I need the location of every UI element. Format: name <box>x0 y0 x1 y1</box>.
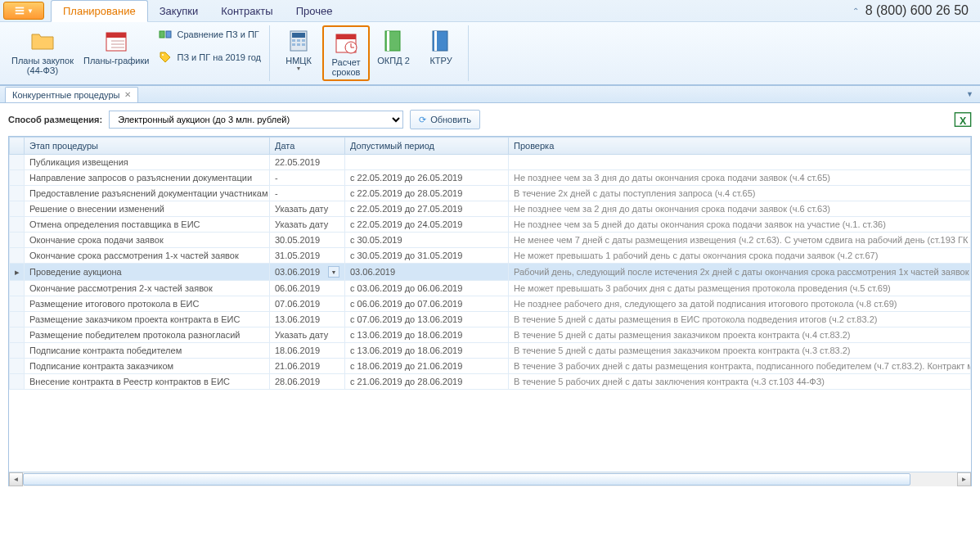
row-marker <box>10 233 25 248</box>
table-row[interactable]: Окончание срока рассмотрения 1-х частей … <box>10 248 971 264</box>
cell-period: с 22.05.2019 до 26.05.2019 <box>345 170 509 186</box>
svg-rect-4 <box>106 33 126 38</box>
cell-date[interactable]: Указать дату <box>270 217 345 233</box>
tab-planning[interactable]: Планирование <box>51 0 148 22</box>
cell-check: Не позднее чем за 2 дня до даты окончани… <box>509 201 971 217</box>
cell-stage: Внесение контракта в Реестр контрактов в… <box>25 374 270 390</box>
table-row[interactable]: Направление запросов о разъяснении докум… <box>10 170 971 186</box>
cell-date[interactable]: 31.05.2019 <box>270 248 345 264</box>
row-marker <box>10 312 25 327</box>
cell-period: с 30.05.2019 <box>345 233 509 248</box>
ribbon-group-calc: НМЦК ▼ Расчет сроков ОКПД 2 КТРУ <box>272 25 469 81</box>
table-row[interactable]: Размещение победителем протокола разногл… <box>10 327 971 343</box>
calendar-clock-icon <box>333 29 359 56</box>
table-row[interactable]: Отмена определения поставщика в ЕИСУказа… <box>10 217 971 233</box>
compare-label: Сравнение ПЗ и ПГ <box>177 29 258 39</box>
cell-date[interactable]: 07.06.2019 <box>270 296 345 312</box>
cell-period: с 18.06.2019 до 21.06.2019 <box>345 359 509 374</box>
tag-icon <box>159 51 172 64</box>
placement-select[interactable]: Электронный аукцион (до 3 млн. рублей) <box>109 111 403 129</box>
h-scrollbar[interactable]: ◄ ► <box>9 472 971 486</box>
table-row[interactable]: Окончание рассмотрения 2-х частей заявок… <box>10 281 971 296</box>
filter-row: Способ размещения: Электронный аукцион (… <box>8 110 972 129</box>
table-row[interactable]: ▸Проведение аукциона03.06.2019▼03.06.201… <box>10 264 971 281</box>
app-menu-icon <box>14 5 25 16</box>
svg-rect-12 <box>292 33 305 38</box>
cell-date[interactable]: Указать дату <box>270 201 345 217</box>
cell-period: с 21.06.2019 до 28.06.2019 <box>345 374 509 390</box>
excel-export-button[interactable]: X <box>954 111 972 129</box>
cell-stage: Подписание контракта победителем <box>25 343 270 359</box>
row-marker <box>10 186 25 201</box>
book-green-icon <box>380 28 407 54</box>
scroll-thumb[interactable] <box>23 473 910 486</box>
table-row[interactable]: Предоставление разъяснений документации … <box>10 186 971 201</box>
cell-check: Рабочий день, следующий после истечения … <box>509 264 971 281</box>
cell-date[interactable]: 22.05.2019 <box>270 155 345 170</box>
table-row[interactable]: Публикация извещения22.05.2019 <box>10 155 971 170</box>
svg-rect-0 <box>16 7 25 9</box>
minimize-ribbon-icon[interactable]: ⌃ <box>852 7 859 16</box>
cell-date[interactable]: 06.06.2019 <box>270 281 345 296</box>
cell-date[interactable]: 28.06.2019 <box>270 374 345 390</box>
col-stage[interactable]: Этап процедуры <box>25 138 270 155</box>
filter-label: Способ размещения: <box>8 115 102 124</box>
nmck-button[interactable]: НМЦК ▼ <box>275 25 322 74</box>
row-marker: ▸ <box>10 264 25 281</box>
cell-check: Не позднее чем за 3 дня до даты окончани… <box>509 170 971 186</box>
cell-check: В течение 5 дней с даты размещения заказ… <box>509 327 971 343</box>
svg-point-10 <box>162 54 164 56</box>
pz2019-button[interactable]: ПЗ и ПГ на 2019 год <box>154 48 266 66</box>
table-row[interactable]: Размещение итогового протокола в ЕИС07.0… <box>10 296 971 312</box>
svg-text:X: X <box>960 115 967 127</box>
table-row[interactable]: Подписание контракта заказчиком21.06.201… <box>10 359 971 374</box>
cell-period: с 22.05.2019 до 27.05.2019 <box>345 201 509 217</box>
date-dropdown-icon[interactable]: ▼ <box>328 266 339 278</box>
scroll-right-icon[interactable]: ► <box>957 472 971 486</box>
schedules-button[interactable]: Планы-графики <box>79 25 155 68</box>
svg-rect-9 <box>166 31 171 38</box>
subtab-competitive[interactable]: Конкурентные процедуры ✕ <box>5 87 138 102</box>
ktru-button[interactable]: КТРУ <box>417 25 465 68</box>
plans-button[interactable]: Планы закупок (44-ФЗ) <box>7 25 79 78</box>
cell-date[interactable]: - <box>270 186 345 201</box>
cell-period: с 06.06.2019 до 07.06.2019 <box>345 296 509 312</box>
cell-date[interactable]: Указать дату <box>270 327 345 343</box>
cell-date[interactable]: 30.05.2019 <box>270 233 345 248</box>
scroll-track[interactable] <box>23 472 957 486</box>
okpd2-button[interactable]: ОКПД 2 <box>370 25 417 68</box>
row-marker <box>10 281 25 296</box>
cell-date[interactable]: - <box>270 170 345 186</box>
col-check[interactable]: Проверка <box>509 138 971 155</box>
calc-dates-button[interactable]: Расчет сроков <box>322 25 370 81</box>
compare-button[interactable]: Сравнение ПЗ и ПГ <box>154 25 266 43</box>
cell-date[interactable]: 13.06.2019 <box>270 312 345 327</box>
table-row[interactable]: Подписание контракта победителем18.06.20… <box>10 343 971 359</box>
cell-stage: Подписание контракта заказчиком <box>25 359 270 374</box>
table-row[interactable]: Окончание срока подачи заявок30.05.2019с… <box>10 233 971 248</box>
table-row[interactable]: Решение о внесении измененийУказать дату… <box>10 201 971 217</box>
table-row[interactable]: Размещение заказчиком проекта контракта … <box>10 312 971 327</box>
scroll-left-icon[interactable]: ◄ <box>9 472 23 486</box>
col-date[interactable]: Дата <box>270 138 345 155</box>
svg-rect-16 <box>292 43 295 46</box>
cell-date[interactable]: 21.06.2019 <box>270 359 345 374</box>
cell-date[interactable]: 18.06.2019 <box>270 343 345 359</box>
tab-other[interactable]: Прочее <box>285 1 344 21</box>
cell-period: с 30.05.2019 до 31.05.2019 <box>345 248 509 264</box>
table-row[interactable]: Внесение контракта в Реестр контрактов в… <box>10 374 971 390</box>
calendar-icon <box>103 28 129 54</box>
col-period[interactable]: Допустимый период <box>345 138 509 155</box>
cell-date[interactable]: 03.06.2019▼ <box>270 264 345 281</box>
tab-purchases[interactable]: Закупки <box>148 1 209 21</box>
subtab-dropdown-icon[interactable]: ▼ <box>960 90 980 98</box>
cell-period: с 03.06.2019 до 06.06.2019 <box>345 281 509 296</box>
row-marker <box>10 296 25 312</box>
cell-stage: Окончание рассмотрения 2-х частей заявок <box>25 281 270 296</box>
refresh-button[interactable]: ⟳ Обновить <box>410 110 480 129</box>
app-menu-button[interactable]: ▼ <box>3 2 44 20</box>
tab-contracts[interactable]: Контракты <box>209 1 285 21</box>
cell-check: В течение 3 рабочих дней с даты размещен… <box>509 359 971 374</box>
close-icon[interactable]: ✕ <box>124 90 131 99</box>
cell-stage: Размещение итогового протокола в ЕИС <box>25 296 270 312</box>
